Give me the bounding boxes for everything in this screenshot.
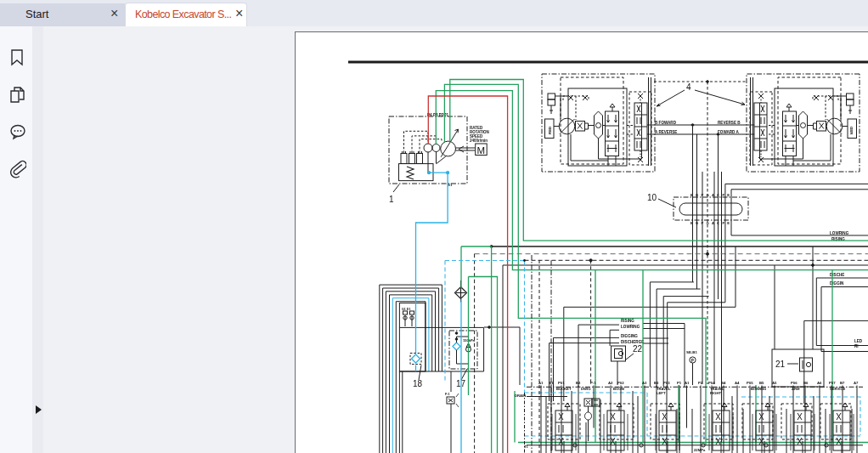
- svg-text:LED: LED: [854, 339, 863, 343]
- svg-text:LOWRING: LOWRING: [830, 231, 849, 235]
- svg-text:150kPa: 150kPa: [463, 338, 476, 343]
- svg-text:A6: A6: [817, 381, 822, 385]
- svg-text:22: 22: [633, 344, 643, 354]
- svg-text:A1: A1: [538, 381, 544, 385]
- svg-text:P: P: [691, 359, 694, 363]
- svg-text:REVERSE B: REVERSE B: [718, 121, 741, 125]
- svg-text:SERVICE: SERVICE: [830, 387, 846, 391]
- svg-text:A REVERSE: A REVERSE: [655, 130, 677, 134]
- svg-text:B D P G A C F E: B D P G A C F E: [690, 193, 730, 197]
- svg-text:LOWRING: LOWRING: [621, 325, 640, 329]
- svg-text:P03: P03: [663, 381, 670, 385]
- svg-text:B D P G A C F E: B D P G A C F E: [690, 221, 730, 225]
- svg-text:A2: A2: [608, 381, 613, 385]
- svg-text:P07: P07: [829, 381, 836, 385]
- svg-text:DWIG: DWIG: [581, 387, 590, 391]
- svg-text:BOOM: BOOM: [613, 387, 625, 391]
- svg-text:RED: RED: [548, 127, 552, 134]
- svg-text:DIGGING: DIGGING: [621, 334, 638, 338]
- svg-text:P:1: P:1: [590, 381, 596, 385]
- svg-text:21: 21: [775, 360, 786, 369]
- svg-text:G1 D1: G1 D1: [402, 308, 410, 311]
- svg-text:B1: B1: [549, 381, 554, 385]
- svg-text:P4 P3 P2P1: P4 P3 P2P1: [427, 113, 448, 117]
- svg-text:10: 10: [647, 193, 657, 202]
- svg-text:1: 1: [389, 195, 394, 204]
- svg-text:P02: P02: [617, 381, 624, 385]
- svg-text:P04: P04: [708, 381, 715, 385]
- svg-text:22MPa: 22MPa: [694, 448, 706, 452]
- svg-text:BUCKET: BUCKET: [556, 387, 572, 391]
- svg-text:B/SWING: B/SWING: [751, 387, 766, 391]
- svg-text:4: 4: [686, 82, 691, 92]
- svg-text:A1: A1: [685, 381, 690, 385]
- svg-text:B5: B5: [759, 381, 764, 385]
- svg-text:P2: P2: [698, 381, 703, 385]
- svg-text:A5: A5: [772, 381, 777, 385]
- svg-text:DRAIN: DRAIN: [515, 394, 526, 398]
- svg-text:P06: P06: [791, 381, 798, 385]
- svg-text:F:1: F:1: [445, 393, 450, 396]
- svg-text:B7: B7: [840, 381, 845, 385]
- svg-text:LEFT: LEFT: [657, 391, 666, 395]
- svg-text:2400r/min: 2400r/min: [470, 139, 488, 143]
- svg-text:P1: P1: [677, 381, 682, 385]
- svg-text:B6: B6: [803, 381, 809, 385]
- svg-text:A4: A4: [735, 381, 740, 385]
- svg-text:B2: B2: [576, 381, 581, 385]
- svg-text:P05: P05: [747, 381, 753, 385]
- svg-text:A7: A7: [854, 381, 859, 385]
- svg-text:B4: B4: [721, 381, 726, 385]
- svg-text:B FOWARD: B FOWARD: [655, 121, 677, 125]
- svg-text:RI: RI: [854, 344, 859, 348]
- svg-text:18: 18: [413, 379, 423, 388]
- svg-text:P01: P01: [558, 381, 565, 385]
- svg-text:SE-B1: SE-B1: [686, 350, 697, 354]
- svg-text:B3: B3: [654, 381, 659, 385]
- svg-text:S1: S1: [448, 183, 453, 187]
- svg-text:M: M: [477, 145, 486, 156]
- svg-text:A3: A3: [642, 381, 647, 385]
- svg-text:FOWARD A: FOWARD A: [718, 130, 740, 134]
- svg-text:RISING: RISING: [621, 319, 634, 323]
